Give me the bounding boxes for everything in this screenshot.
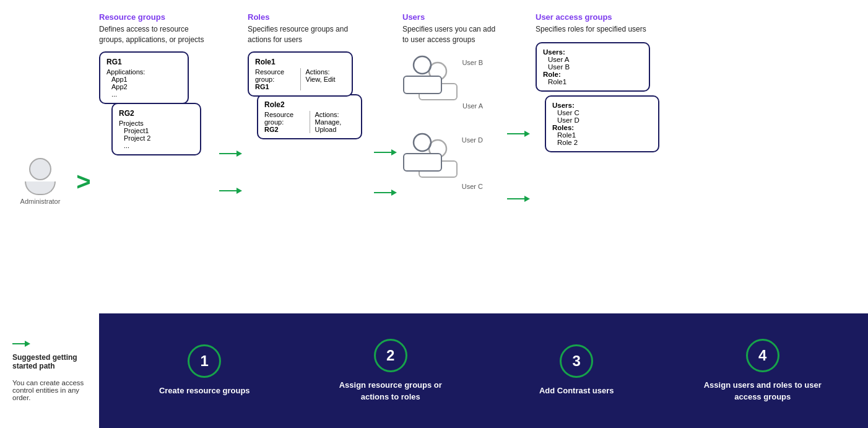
arrow-usera-to-uag1	[507, 131, 530, 137]
rg2-box: RG2 Projects Project1 Project 2 ...	[111, 103, 201, 155]
uag1-content: Users: User A User B Role: Role1	[543, 48, 643, 85]
steps-arrow-container	[12, 341, 93, 347]
steps-arrow-icon	[12, 341, 30, 347]
role1-right: Actions: View, Edit	[306, 68, 346, 90]
rg1-content: Applications: App1 App2 ...	[106, 68, 181, 98]
rg1-title: RG1	[106, 58, 181, 66]
role2-box: Role2 Resource group: RG2 Actions: Manag…	[257, 94, 362, 139]
arrow-rg1-to-role1	[219, 151, 242, 157]
step-3-number: 3	[573, 352, 581, 370]
user-c-label: User C	[462, 183, 483, 190]
steps-suggested-text: Suggested getting started path	[12, 353, 93, 370]
rg1-box: RG1 Applications: App1 App2 ...	[99, 51, 189, 104]
steps-section: Suggested getting started path You can c…	[0, 313, 868, 428]
step-2-label: Assign resource groups or actions to rol…	[329, 380, 453, 402]
roles-header: Roles	[248, 12, 368, 22]
user-cd-group: User D User C	[402, 131, 483, 190]
role1-divider	[300, 68, 301, 90]
rg-to-roles-arrows	[214, 6, 248, 307]
user-c-icon	[402, 131, 443, 173]
rg-header: Resource groups	[99, 12, 214, 22]
rg-desc: Defines access to resource groups, appli…	[99, 24, 214, 45]
step-1-label: Create resource groups	[159, 385, 250, 396]
steps-left-text: Suggested getting started path You can c…	[0, 313, 99, 428]
arrow-role1-to-userb	[374, 149, 397, 155]
svg-rect-7	[404, 154, 441, 171]
role1-left: Resource group: RG1	[255, 68, 295, 90]
admin-column: Administrator	[12, 6, 68, 307]
users-header: Users	[402, 12, 501, 22]
step-3-circle: 3	[560, 344, 593, 378]
resource-groups-column: Resource groups Defines access to resour…	[99, 6, 214, 307]
step-1-circle: 1	[188, 344, 221, 378]
uag-header: User access groups	[536, 12, 666, 22]
svg-point-6	[414, 134, 431, 151]
rg2-content: Projects Project1 Project 2 ...	[119, 120, 194, 149]
user-a-icon	[402, 54, 443, 96]
role1-box: Role1 Resource group: RG1 Actions: View,…	[248, 51, 353, 97]
step-4-circle: 4	[746, 339, 779, 372]
rg2-title: RG2	[119, 109, 194, 118]
admin-figure: Administrator	[20, 158, 61, 205]
role2-left: Resource group: RG2	[264, 111, 305, 133]
main-container: Administrator > Resource groups Defines …	[0, 0, 868, 428]
user-ab-group: User B User A	[402, 54, 483, 113]
roles-to-users-arrows	[368, 6, 402, 307]
step-4-number: 4	[758, 347, 766, 364]
chevron-icon: >	[68, 6, 99, 307]
uag1-box: Users: User A User B Role: Role1	[536, 42, 650, 92]
admin-head-icon	[29, 158, 51, 180]
user-d-label: User D	[462, 136, 483, 144]
users-to-uag-arrows	[501, 6, 536, 307]
step-3-label: Add Contrast users	[539, 385, 614, 396]
uag2-content: Users: User C User D Roles: Role1 Role 2	[552, 102, 652, 146]
role1-content: Resource group: RG1 Actions: View, Edit	[255, 68, 345, 90]
step-1: 1 Create resource groups	[142, 344, 266, 396]
role2-divider	[310, 111, 310, 133]
user-b-label: User B	[462, 59, 483, 66]
step-2-circle: 2	[374, 339, 407, 372]
role2-title: Role2	[264, 100, 355, 109]
uag-desc: Specifies roles for specified users	[536, 24, 666, 35]
role1-title: Role1	[255, 58, 345, 66]
roles-desc: Specifies resource groups and actions fo…	[248, 24, 368, 45]
steps-order-text: You can create access control entities i…	[12, 379, 93, 401]
step-2: 2 Assign resource groups or actions to r…	[329, 339, 453, 402]
step-4: 4 Assign users and roles to user access …	[701, 339, 825, 402]
arrow-role2-to-userd	[374, 190, 397, 196]
role2-right: Actions: Manage, Upload	[315, 111, 355, 133]
step-1-number: 1	[201, 352, 209, 370]
arrow-userc-to-uag2	[507, 196, 530, 202]
admin-label: Administrator	[20, 198, 61, 205]
svg-point-2	[414, 56, 431, 74]
step-4-label: Assign users and roles to user access gr…	[701, 380, 825, 402]
roles-column: Roles Specifies resource groups and acti…	[248, 6, 368, 307]
user-a-label: User A	[462, 102, 483, 110]
diagram-section: Administrator > Resource groups Defines …	[0, 0, 868, 313]
users-column: Users Specifies users you can add to use…	[402, 6, 501, 307]
steps-dark-area: 1 Create resource groups 2 Assign resour…	[99, 313, 868, 428]
uag2-box: Users: User C User D Roles: Role1 Role 2	[545, 95, 659, 152]
role2-content: Resource group: RG2 Actions: Manage, Upl…	[264, 111, 355, 133]
uag-column: User access groups Specifies roles for s…	[536, 6, 666, 307]
users-desc: Specifies users you can add to user acce…	[402, 24, 501, 45]
admin-body-icon	[25, 181, 56, 195]
svg-rect-3	[404, 76, 441, 94]
step-3: 3 Add Contrast users	[514, 344, 638, 396]
arrow-rg2-to-role2	[219, 188, 242, 194]
step-2-number: 2	[386, 347, 394, 364]
